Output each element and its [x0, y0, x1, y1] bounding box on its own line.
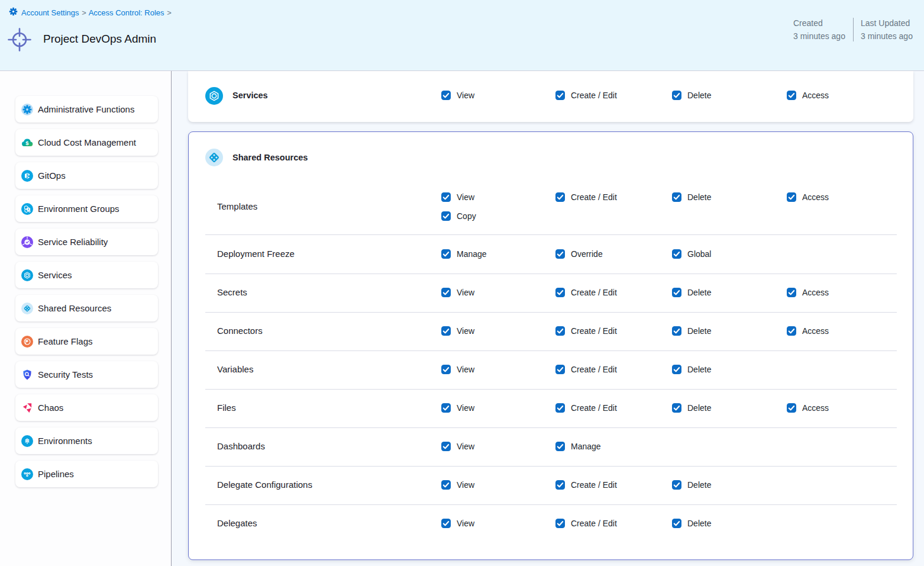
svg-text:$: $	[25, 140, 29, 146]
